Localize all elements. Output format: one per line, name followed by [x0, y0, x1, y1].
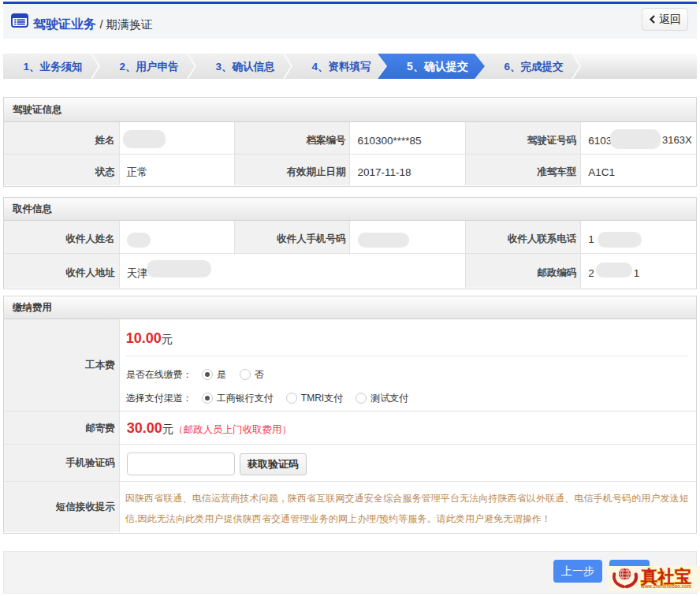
svg-text:4、资料填写: 4、资料填写 — [311, 61, 370, 73]
svg-text:3、确认信息: 3、确认信息 — [215, 61, 275, 73]
svg-text:5、确认提交: 5、确认提交 — [407, 60, 468, 73]
svg-text:6、完成提交: 6、完成提交 — [504, 61, 564, 73]
svg-text:www.zhenshebao.com: www.zhenshebao.com — [640, 583, 691, 590]
svg-text:1、业务须知: 1、业务须知 — [23, 61, 82, 73]
svg-text:2、用户申告: 2、用户申告 — [119, 60, 179, 73]
